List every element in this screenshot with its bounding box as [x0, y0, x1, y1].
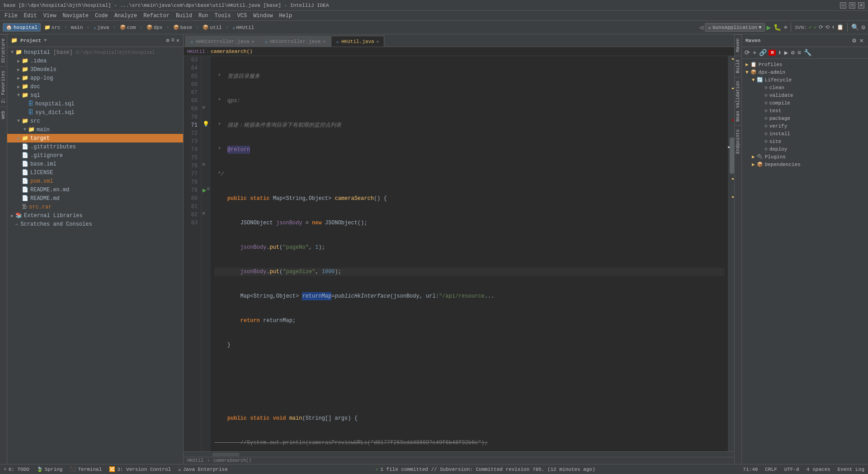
tree-item-sysdict-sql[interactable]: 🗄 sys_dict.sql	[7, 108, 183, 117]
menu-file[interactable]: File	[2, 12, 20, 20]
menu-build[interactable]: Build	[173, 12, 195, 20]
maven-collapse-btn[interactable]: 🔧	[803, 48, 812, 57]
tree-item-main[interactable]: ▼ 📁 main	[7, 125, 183, 134]
lightbulb-icon[interactable]: 💡	[203, 121, 209, 128]
project-selector[interactable]: 🏠 hospital	[3, 23, 41, 32]
tree-item-gitignore[interactable]: 📄 .gitignore	[7, 151, 183, 160]
maven-m-button[interactable]: m	[769, 50, 776, 56]
svn-revert[interactable]: ⟲	[825, 24, 830, 31]
tab-hkutil[interactable]: ☕ HKUtil.java ✕	[331, 36, 384, 47]
minimize-button[interactable]: —	[840, 2, 846, 9]
coverage-button[interactable]: ⊕	[784, 24, 787, 31]
tree-item-pomxml[interactable]: 📄 pom.xml	[7, 177, 183, 185]
breadcrumb-java[interactable]: ☕ java	[91, 24, 111, 31]
fold-marker-81[interactable]: ⊟	[203, 211, 205, 216]
maven-validate[interactable]: ⚙ validate	[744, 91, 866, 99]
close-tab-hkutil[interactable]: ✕	[377, 39, 379, 44]
close-tab-ahk[interactable]: ✕	[251, 39, 254, 44]
menu-view[interactable]: View	[41, 12, 59, 20]
menu-run[interactable]: Run	[196, 12, 211, 20]
editor-scrollbar[interactable]	[728, 56, 734, 451]
maven-refresh-btn[interactable]: ⟳	[744, 48, 751, 57]
maven-plugins[interactable]: ▶ 🔌 Plugins	[744, 153, 866, 161]
maven-dependencies[interactable]: ▶ 📦 Dependencies	[744, 161, 866, 168]
tree-item-sql[interactable]: ▼ 📁 sql	[7, 91, 183, 100]
tab-hkcontroller[interactable]: ☕ HKController.java ✕	[259, 36, 330, 47]
maven-site[interactable]: ⚙ site	[744, 137, 866, 145]
indent-setting[interactable]: 4 spaces	[807, 467, 830, 472]
menu-tools[interactable]: Tools	[212, 12, 234, 20]
settings-button[interactable]: ⚙	[862, 24, 865, 31]
endpoints-tab[interactable]: Endpoints	[735, 125, 741, 157]
maven-run-btn[interactable]: ▶	[783, 48, 789, 57]
bean-validation-tab[interactable]: Bean Validation	[735, 77, 741, 125]
line-endings[interactable]: CRLF	[765, 467, 777, 472]
maven-profiles[interactable]: ▶ 📋 Profiles	[744, 61, 866, 68]
event-log[interactable]: Event Log	[838, 467, 864, 472]
fold-marker-77[interactable]: ⊟	[207, 186, 209, 191]
status-version-control[interactable]: 🔀 3: Version Control	[109, 466, 171, 472]
tree-item-hospital-sql[interactable]: 🗄 hospital.sql	[7, 100, 183, 108]
tree-item-src[interactable]: ▼ 📁 src	[7, 117, 183, 125]
collapse-all-button[interactable]: ≡	[171, 37, 175, 44]
close-button[interactable]: ✕	[858, 2, 864, 9]
tree-item-baseiml[interactable]: 📄 base.iml	[7, 160, 183, 168]
breadcrumb-util[interactable]: 📦 util	[201, 24, 223, 31]
bc-camerasearch[interactable]: cameraSearch()	[211, 49, 252, 54]
debug-button[interactable]: 🐛	[774, 24, 781, 31]
menu-window[interactable]: Window	[250, 12, 275, 20]
tree-item-3dmodels[interactable]: ▶ 📁 3Dmodels	[7, 65, 183, 74]
h-scrollbar-thumb[interactable]	[212, 453, 240, 456]
sync-files-button[interactable]: ⚙	[166, 37, 169, 44]
breadcrumb-dpx[interactable]: 📦 dpx	[145, 24, 165, 31]
maven-source-btn[interactable]: ⬇	[777, 48, 782, 57]
maven-link-btn[interactable]: 🔗	[758, 48, 768, 57]
back-button[interactable]: ◁	[699, 24, 703, 31]
tree-item-idea[interactable]: ▶ 📁 .idea	[7, 57, 183, 65]
tab-ahkcontroller[interactable]: ☕ AHKController.java ✕	[185, 36, 259, 47]
tree-item-scratches[interactable]: ✏ Scratches and Consoles	[7, 220, 183, 228]
tree-item-readme-en[interactable]: 📄 README.en.md	[7, 185, 183, 194]
search-everywhere[interactable]: 🔍	[851, 24, 859, 31]
menu-navigate[interactable]: Navigate	[60, 12, 91, 20]
svn-log[interactable]: 📋	[837, 24, 844, 31]
status-terminal[interactable]: ⬛ Terminal	[70, 466, 102, 472]
restore-button[interactable]: ❐	[849, 2, 855, 9]
menu-vcs[interactable]: VCS	[235, 12, 250, 20]
maven-settings2-btn[interactable]: ≡	[797, 48, 802, 57]
breadcrumb-src[interactable]: 📁 src	[42, 24, 62, 31]
breadcrumb-base[interactable]: 📦 base	[171, 24, 194, 31]
tree-item-srcrar[interactable]: 🗜 src.rar	[7, 203, 183, 211]
tree-item-doc[interactable]: ▶ 📁 doc	[7, 82, 183, 91]
maven-install[interactable]: ⚙ install	[744, 130, 866, 137]
breadcrumb-main[interactable]: main	[69, 24, 85, 31]
tree-item-hospital[interactable]: ▼ 📁 hospital [base] D:\dpx\hospital\bjth…	[7, 48, 183, 57]
scrollbar-thumb[interactable]	[730, 137, 734, 174]
maven-test[interactable]: ⚙ test	[744, 107, 866, 114]
svn-commit[interactable]: ⬆	[831, 24, 835, 31]
bc-hkutil[interactable]: HKUtil	[187, 49, 205, 54]
svn-update[interactable]: ⟳	[819, 24, 823, 31]
maven-dpx-admin[interactable]: ▼ 📦 dpx-admin	[744, 68, 866, 76]
status-spring[interactable]: 🍃 Spring	[37, 466, 63, 472]
run-button[interactable]: ▶	[767, 23, 771, 32]
maven-side-tab[interactable]: Maven	[735, 34, 741, 56]
tree-item-applog[interactable]: ▶ 📁 app-log	[7, 74, 183, 82]
maven-skip-tests-btn[interactable]: ⊘	[790, 48, 795, 57]
maven-compile[interactable]: ⚙ compile	[744, 99, 866, 107]
structure-tab[interactable]: Structure	[0, 34, 7, 66]
editor-content[interactable]: 63 64 65 66 67 68 69 70 71 72 73 74 75 7…	[184, 56, 734, 451]
menu-refactor[interactable]: Refactor	[141, 12, 172, 20]
tree-item-license[interactable]: 📄 LICENSE	[7, 168, 183, 177]
menu-edit[interactable]: Edit	[21, 12, 40, 20]
fold-marker-72[interactable]: ⊟	[203, 162, 205, 167]
tree-item-target[interactable]: ▶ 📁 target	[7, 134, 183, 142]
code-editor[interactable]: * 资源目录服务 * qps: * 描述：根据条件查询目录下有权限的监控点列表 …	[211, 56, 728, 451]
tree-item-external-libs[interactable]: ▶ 📚 External Libraries	[7, 211, 183, 220]
maven-add-btn[interactable]: +	[752, 48, 757, 57]
menu-analyze[interactable]: Analyze	[112, 12, 140, 20]
status-java-enterprise[interactable]: ☕ Java Enterprise	[178, 466, 228, 472]
tree-item-gitattributes[interactable]: 📄 .gitattributes	[7, 142, 183, 151]
menu-code[interactable]: Code	[92, 12, 111, 20]
close-tab-hkcontroller[interactable]: ✕	[323, 39, 326, 44]
